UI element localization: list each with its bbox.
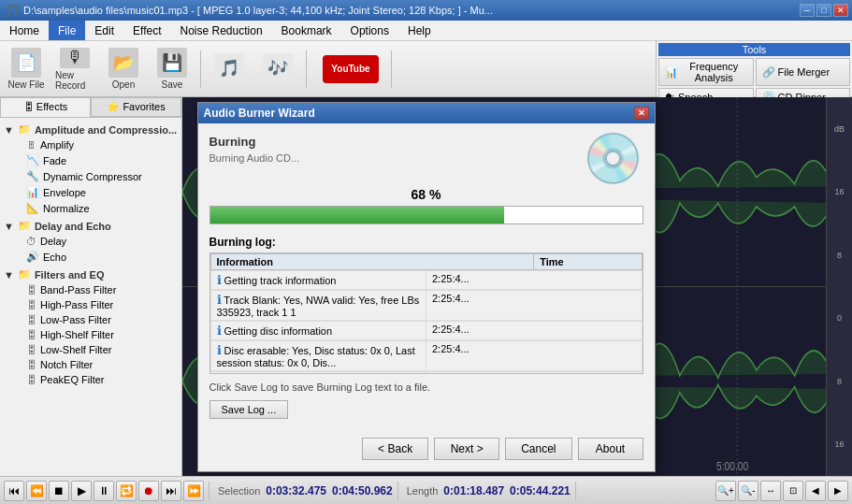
effects-tree: ▼ 📁 Amplitude and Compressio... 🎚 Amplif… — [0, 118, 181, 474]
frequency-analysis-btn[interactable]: 📊 Frequency Analysis — [658, 58, 754, 86]
menu-help[interactable]: Help — [398, 21, 440, 40]
log-icon-2: ℹ — [217, 293, 222, 307]
menu-options[interactable]: Options — [341, 21, 398, 40]
amplitude-compression-group: ▼ 📁 Amplitude and Compressio... 🎚 Amplif… — [0, 122, 181, 216]
stop-button[interactable]: ⏹ — [49, 481, 69, 501]
next-button[interactable]: Next > — [434, 438, 499, 460]
record-button[interactable]: ⏺ — [138, 481, 159, 501]
transport-sep-1 — [209, 482, 209, 500]
log-row-2: ℹ Track Blank: Yes, NWA valid: Yes, free… — [210, 290, 643, 321]
dialog-titlebar: Audio Burner Wizard ✕ — [198, 103, 655, 123]
low-pass-item[interactable]: 🎛 Low-Pass Filter — [0, 312, 181, 327]
fade-icon: 📉 — [26, 154, 39, 166]
loop-button[interactable]: 🔁 — [116, 481, 137, 501]
log-row-4: ℹ Disc erasable: Yes, Disc status: 0x 0,… — [210, 340, 643, 371]
effects-tabs: 🎛 Effects ⭐ Favorites — [0, 97, 181, 118]
menu-edit[interactable]: Edit — [85, 21, 123, 40]
peakeq-filter-item[interactable]: 🎛 PeakEQ Filter — [0, 372, 181, 387]
go-start-button[interactable]: ⏮ — [4, 481, 24, 501]
cancel-button[interactable]: Cancel — [505, 438, 571, 460]
save-label: Save — [162, 79, 183, 90]
new-file-label: New File — [8, 79, 45, 90]
go-end-button[interactable]: ⏭ — [161, 481, 181, 501]
menu-effect[interactable]: Effect — [123, 21, 170, 40]
toolbar-extra-2[interactable]: 🎶 — [255, 45, 300, 94]
favorites-tab[interactable]: ⭐ Favorites — [91, 97, 181, 117]
normalize-item[interactable]: 📐 Normalize — [0, 200, 181, 216]
toolbar-separator-1 — [200, 50, 201, 88]
fast-forward-button[interactable]: ⏩ — [183, 481, 204, 501]
about-button[interactable]: About — [578, 438, 643, 460]
dialog-close-button[interactable]: ✕ — [634, 107, 649, 120]
open-button[interactable]: 📂 Open — [101, 45, 146, 94]
youtube-btn[interactable]: YouTube — [316, 53, 385, 85]
toolbar-extra-1[interactable]: 🎵 — [207, 45, 252, 94]
open-icon: 📂 — [108, 48, 138, 78]
low-shelf-icon: 🎛 — [26, 344, 36, 355]
save-button[interactable]: 💾 Save — [150, 45, 195, 94]
delay-echo-header[interactable]: ▼ 📁 Delay and Echo — [0, 218, 181, 234]
effects-panel: 🎛 Effects ⭐ Favorites ▼ 📁 Amplitude and … — [0, 97, 182, 476]
progress-bar — [210, 207, 504, 223]
dialog-title: Audio Burner Wizard — [204, 107, 315, 120]
fade-item[interactable]: 📉 Fade — [0, 152, 181, 168]
zoom-sel-button[interactable]: ⊡ — [783, 481, 803, 501]
scroll-right-button[interactable]: ▶ — [828, 481, 848, 501]
app-logo: 🎵 — [4, 3, 20, 18]
new-file-button[interactable]: 📄 New File — [4, 45, 49, 94]
menu-home[interactable]: Home — [0, 21, 49, 40]
menu-file[interactable]: File — [49, 21, 85, 40]
zoom-fit-button[interactable]: ↔ — [760, 481, 781, 501]
menu-bookmark[interactable]: Bookmark — [272, 21, 341, 40]
save-log-button[interactable]: Save Log ... — [209, 400, 289, 419]
pause-button[interactable]: ⏸ — [94, 481, 114, 501]
dialog-body: Burning Burning Audio CD... 💿 68 % Burni… — [198, 123, 655, 430]
band-pass-item[interactable]: 🎛 Band-Pass Filter — [0, 282, 181, 297]
menu-noise-reduction[interactable]: Noise Reduction — [171, 21, 272, 40]
log-row-1: ℹ Getting track information 2:25:4... — [210, 270, 643, 290]
effects-tab[interactable]: 🎛 Effects — [0, 97, 91, 117]
burn-log-table: Information Time ℹ Getting track informa… — [209, 252, 643, 374]
log-entries: ℹ Getting track information 2:25:4... ℹ … — [210, 270, 643, 373]
new-record-button[interactable]: 🎙 New Record — [52, 45, 97, 94]
delay-echo-group: ▼ 📁 Delay and Echo ⏱ Delay 🔊 Echo — [0, 218, 181, 265]
toolbar-separator-3 — [391, 50, 392, 88]
high-shelf-item[interactable]: 🎛 High-Shelf Filter — [0, 327, 181, 342]
amplitude-compression-header[interactable]: ▼ 📁 Amplitude and Compressio... — [0, 122, 181, 137]
transport-bar: ⏮ ⏪ ⏹ ▶ ⏸ 🔁 ⏺ ⏭ ⏩ Selection 0:03:32.475 … — [0, 476, 852, 504]
log-info-header: Information — [210, 253, 534, 269]
filters-eq-header[interactable]: ▼ 📁 Filters and EQ — [0, 266, 181, 282]
title-bar: 🎵 D:\samples\audio files\music01.mp3 - [… — [0, 0, 852, 21]
amplify-item[interactable]: 🎚 Amplify — [0, 137, 181, 152]
progress-percent-text: 68 % — [209, 187, 643, 202]
echo-icon: 🔊 — [26, 251, 39, 263]
group-icon-3: 📁 — [18, 268, 31, 281]
selection-start: 0:03:32.475 — [266, 484, 326, 497]
tools-header: Tools — [658, 43, 850, 56]
notch-filter-item[interactable]: 🎛 Notch Filter — [0, 357, 181, 372]
delay-icon: ⏱ — [26, 236, 36, 247]
close-button[interactable]: ✕ — [833, 4, 848, 17]
echo-item[interactable]: 🔊 Echo — [0, 249, 181, 265]
play-button[interactable]: ▶ — [71, 481, 92, 501]
zoom-out-button[interactable]: 🔍- — [738, 481, 758, 501]
low-pass-icon: 🎛 — [26, 314, 36, 325]
scroll-left-button[interactable]: ◀ — [805, 481, 826, 501]
normalize-icon: 📐 — [26, 202, 39, 214]
minimize-button[interactable]: ─ — [800, 4, 815, 17]
file-merger-btn[interactable]: 🔗 File Merger — [756, 58, 851, 86]
delay-item[interactable]: ⏱ Delay — [0, 234, 181, 249]
toolbar-separator-2 — [306, 50, 307, 88]
back-button[interactable]: < Back — [362, 438, 428, 460]
envelope-item[interactable]: 📊 Envelope — [0, 184, 181, 200]
maximize-button[interactable]: □ — [816, 4, 831, 17]
save-note: Click Save Log to save Burning Log text … — [209, 382, 643, 393]
zoom-in-button[interactable]: 🔍+ — [715, 481, 736, 501]
high-pass-item[interactable]: 🎛 High-Pass Filter — [0, 297, 181, 312]
group-icon-2: 📁 — [18, 220, 31, 232]
dynamic-compressor-item[interactable]: 🔧 Dynamic Compressor — [0, 168, 181, 184]
rewind-button[interactable]: ⏪ — [26, 481, 47, 501]
low-shelf-item[interactable]: 🎛 Low-Shelf Filter — [0, 342, 181, 357]
selection-label: Selection — [218, 485, 260, 497]
menu-bar: Home File Edit Effect Noise Reduction Bo… — [0, 21, 852, 41]
